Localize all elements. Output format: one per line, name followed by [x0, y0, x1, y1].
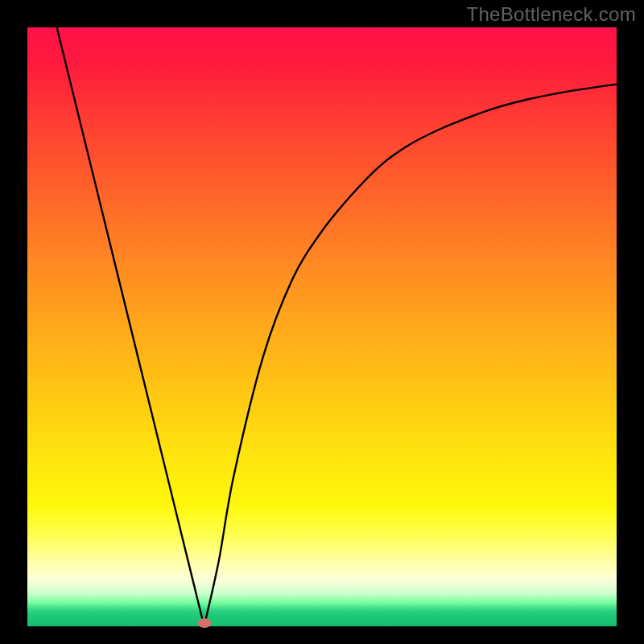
chart-frame: TheBottleneck.com — [0, 0, 644, 644]
bottleneck-curve — [27, 27, 617, 626]
plot-area — [27, 27, 617, 626]
watermark-text: TheBottleneck.com — [466, 3, 636, 26]
minimum-marker — [197, 618, 211, 628]
